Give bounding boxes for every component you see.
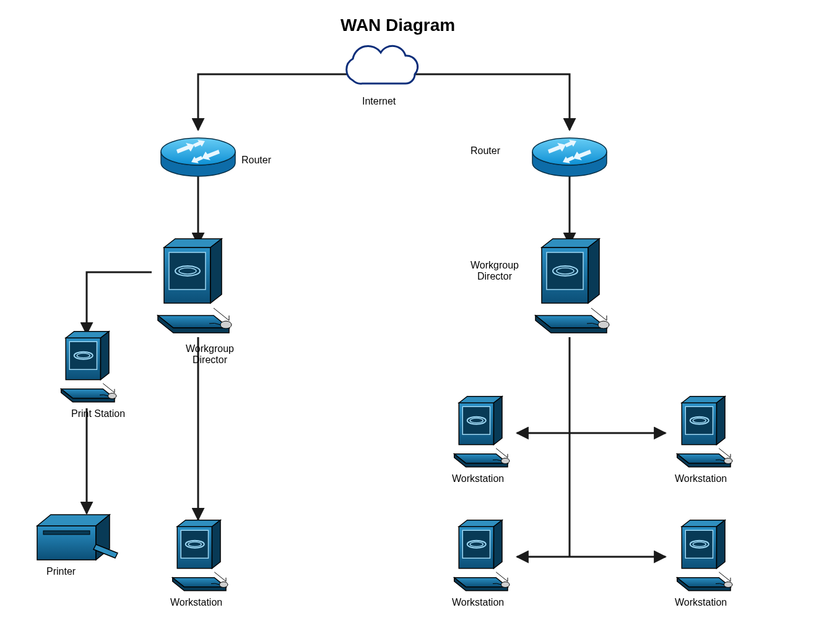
wgdir2-label: Workgroup Director — [471, 260, 519, 282]
edge-internet-router2 — [415, 74, 570, 130]
diagram-canvas: WAN Diagram Internet Router Router Workg… — [0, 0, 824, 644]
router-icon — [532, 138, 607, 176]
svg-point-33 — [724, 458, 733, 464]
ws5-label: Workstation — [675, 597, 727, 608]
svg-point-38 — [501, 582, 510, 588]
ws1-label: Workstation — [170, 597, 222, 608]
router1-label: Router — [241, 155, 271, 166]
svg-rect-18 — [43, 531, 90, 535]
computer-icon — [677, 520, 732, 591]
printer-label: Printer — [46, 566, 76, 577]
router-icon — [161, 138, 235, 176]
router2-label: Router — [471, 145, 500, 157]
edge-internet-router1 — [198, 74, 353, 130]
ws3-label: Workstation — [675, 473, 727, 484]
cloud-icon — [347, 46, 418, 84]
computer-icon — [158, 239, 232, 333]
ws4-label: Workstation — [452, 597, 504, 608]
svg-point-16 — [108, 393, 117, 399]
printer-icon — [37, 515, 118, 560]
svg-point-6 — [220, 321, 232, 328]
nodes-layer — [37, 46, 732, 591]
diagram-svg — [0, 0, 824, 644]
computer-icon — [454, 397, 510, 467]
wgdir1-label: Workgroup Director — [186, 343, 234, 366]
printstn-label: Print Station — [71, 408, 125, 419]
svg-point-11 — [598, 321, 609, 328]
computer-icon — [677, 397, 732, 467]
computer-icon — [536, 239, 609, 333]
edge-wgdir1-printstn — [87, 272, 152, 334]
ws2-label: Workstation — [452, 473, 504, 484]
computer-icon — [454, 520, 510, 591]
svg-point-43 — [724, 582, 733, 588]
svg-point-23 — [220, 582, 228, 588]
computer-icon — [173, 520, 228, 591]
svg-point-28 — [501, 458, 510, 464]
computer-icon — [61, 332, 116, 402]
internet-label: Internet — [362, 96, 396, 107]
